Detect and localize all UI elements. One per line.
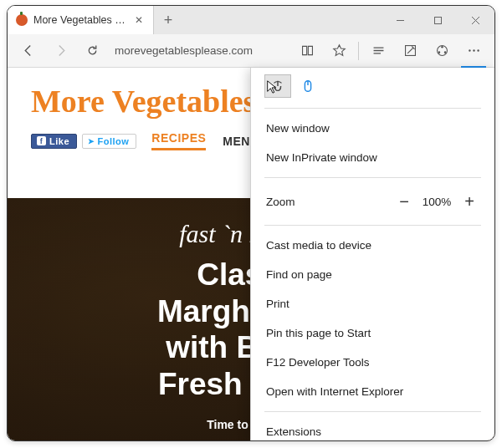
menu-print[interactable]: Print (251, 289, 494, 318)
forward-button[interactable] (44, 35, 76, 67)
browser-tab[interactable]: More Vegetables Please ✕ (8, 6, 154, 34)
web-note-icon[interactable] (394, 35, 426, 67)
facebook-like-button[interactable]: Like (31, 134, 77, 149)
nav-recipes[interactable]: RECIPES (151, 131, 206, 150)
menu-cast[interactable]: Cast media to device (251, 231, 494, 260)
close-tab-icon[interactable]: ✕ (131, 13, 146, 28)
close-window-button[interactable] (457, 6, 494, 34)
menu-find[interactable]: Find on page (251, 260, 494, 289)
menu-devtools[interactable]: F12 Developer Tools (251, 348, 494, 377)
toolbar-separator (358, 42, 359, 60)
address-bar[interactable]: morevegetablesplease.com (108, 44, 291, 57)
new-tab-button[interactable]: + (154, 6, 182, 34)
svg-point-11 (443, 51, 446, 53)
zoom-in-button[interactable]: + (456, 190, 483, 213)
menu-divider (264, 225, 481, 226)
menu-divider (264, 177, 481, 178)
twitter-follow-button[interactable]: Follow (82, 134, 136, 149)
svg-point-9 (441, 46, 443, 48)
more-menu-button[interactable] (458, 35, 489, 67)
mouse-input-icon[interactable] (295, 74, 321, 98)
zoom-value: 100% (417, 196, 456, 208)
svg-point-12 (469, 49, 470, 51)
toolbar: morevegetablesplease.com (8, 34, 494, 68)
maximize-button[interactable] (419, 6, 457, 34)
zoom-out-button[interactable]: − (391, 190, 417, 213)
favorite-star-icon[interactable] (323, 35, 355, 67)
menu-open-ie[interactable]: Open with Internet Explorer (251, 377, 494, 406)
zoom-label: Zoom (266, 196, 391, 208)
input-mode-row (251, 74, 494, 103)
menu-divider (264, 108, 481, 109)
touch-input-icon[interactable] (264, 74, 291, 98)
menu-zoom-row: Zoom − 100% + (251, 183, 494, 220)
titlebar: More Vegetables Please ✕ + (8, 6, 494, 34)
browser-window: More Vegetables Please ✕ + morevegetable… (7, 5, 495, 441)
svg-point-10 (438, 51, 440, 53)
menu-new-inprivate[interactable]: New InPrivate window (251, 143, 494, 172)
menu-new-window[interactable]: New window (251, 114, 494, 143)
more-menu-dropdown: New window New InPrivate window Zoom − 1… (250, 68, 494, 440)
refresh-button[interactable] (76, 35, 108, 67)
minimize-button[interactable] (382, 6, 419, 34)
hub-icon[interactable] (362, 35, 394, 67)
favicon-tomato-icon (16, 14, 28, 26)
share-icon[interactable] (426, 35, 458, 67)
reading-view-icon[interactable] (291, 35, 323, 67)
menu-divider (264, 411, 481, 412)
svg-point-13 (473, 49, 474, 51)
svg-point-14 (477, 49, 479, 51)
menu-pin[interactable]: Pin this page to Start (251, 318, 494, 348)
menu-extensions[interactable]: Extensions (251, 417, 494, 440)
back-button[interactable] (13, 35, 44, 67)
svg-rect-1 (435, 17, 442, 23)
tab-title: More Vegetables Please (33, 14, 126, 26)
